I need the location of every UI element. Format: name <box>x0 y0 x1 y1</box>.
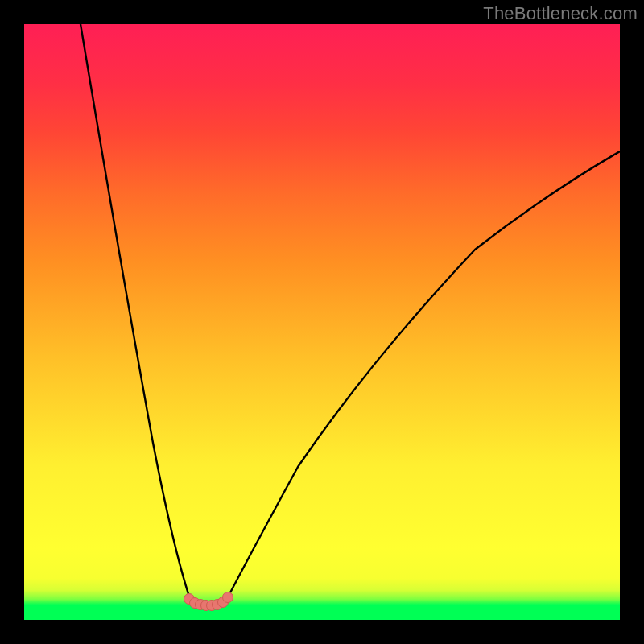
watermark-text: TheBottleneck.com <box>483 3 638 24</box>
left-branch-curve <box>80 24 204 607</box>
outer-frame: TheBottleneck.com <box>0 0 644 644</box>
trough-dots-group <box>184 592 233 611</box>
right-branch-curve <box>213 151 620 607</box>
trough-dot <box>223 592 233 603</box>
curve-layer <box>24 24 620 620</box>
plot-area <box>24 24 620 620</box>
